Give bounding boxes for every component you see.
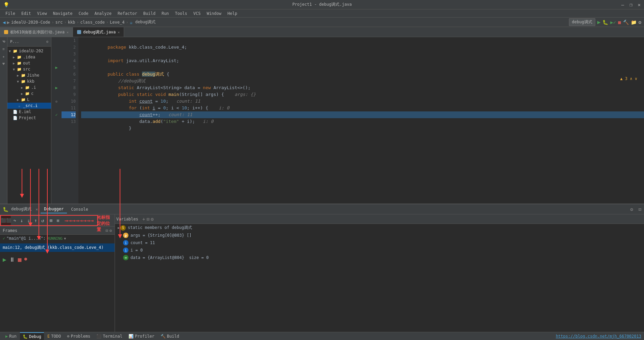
tab-java1-close[interactable]: ✕ [67,30,69,34]
line-numbers: 1 2 3 4 5 6 7 8 9 10 11 12 13 [62,37,78,204]
tree-item-dot-i[interactable]: ▶ 📁 .i [7,84,51,90]
debug-button[interactable]: 🐛 [602,20,608,25]
debug-close[interactable]: ✕ [35,207,38,212]
show-exec-icon: ⬛⬛ [1,218,11,223]
tree-item-jishe[interactable]: ▶ 📁 Jishe [7,72,51,78]
settings-button[interactable]: ⚙ [639,20,641,25]
menu-help[interactable]: Help [225,10,240,17]
var-name-i: i = 0 [130,248,143,253]
favorites-icon[interactable]: ♥ [1,61,7,67]
breadcrumb-file[interactable]: debug调式 [135,19,156,25]
status-terminal[interactable]: ⬛ Terminal [94,332,125,340]
menu-tools[interactable]: Tools [172,10,190,17]
step-out-btn[interactable]: ↑ [32,216,39,225]
status-debug[interactable]: 🐛 Debug [20,332,44,340]
minimize-button[interactable]: — [621,2,624,7]
eval-icon: ≡ [56,218,59,223]
debug-settings[interactable]: ⚙ [630,207,633,212]
run-button[interactable]: ▶ [597,19,601,25]
stop-btn[interactable]: ■ [18,256,22,263]
filter-var-btn[interactable]: ⊟ [146,216,149,222]
drop-frame-btn[interactable]: ↺ [40,216,46,225]
bookmark-icon[interactable]: ★ [1,53,7,59]
nav-forward[interactable]: ▶ [7,20,9,25]
status-problems[interactable]: ⊙ Problems [64,332,93,340]
breadcrumb-kkb[interactable]: kkb [68,20,75,25]
menu-edit[interactable]: Edit [19,10,34,17]
menu-build[interactable]: Build [141,10,158,17]
structure-icon[interactable]: ≡ [1,46,7,52]
tree-item-L[interactable]: ▶ 📁 L [7,97,51,103]
menu-window[interactable]: Window [204,10,224,17]
status-url[interactable]: https://blog.csdn.net/mjh_667002013 [556,334,641,339]
status-build[interactable]: 🔨 Build [158,332,182,340]
var-i[interactable]: i i = 0 [115,246,644,254]
tree-item-c[interactable]: ▶ 📁 c [7,90,51,97]
var-static[interactable]: ▶ S static members of debug调式 [115,224,644,232]
tab-java1[interactable]: 桩b610抽签去净园行动.java ✕ [0,27,73,37]
status-run[interactable]: ▶ Run [3,332,19,340]
tree-item-src-i[interactable]: ☕ _src.i [7,103,51,109]
maximize-button[interactable]: ❐ [629,2,632,7]
run-arrow-5[interactable]: ▶ [55,65,57,70]
tree-item-project[interactable]: 📄 Project [7,115,51,121]
run-to-cursor-btn[interactable]: ⊞ [48,216,54,225]
tree-item-eiml[interactable]: 📄 E.iml [7,109,51,115]
tab-debug[interactable]: debug调式.java ✕ [73,27,124,37]
add-var-btn[interactable]: + [142,216,145,222]
stop-button[interactable]: ■ [618,20,621,25]
tree-item-src[interactable]: ▼ 📁 src [7,66,51,72]
tree-item-kkb[interactable]: ▼ 📁 kkb [7,78,51,84]
menu-navigate[interactable]: Navigate [50,10,75,17]
frame-main[interactable]: main:12, debug调式 (kkb.class_code.Leve_4) [0,243,115,252]
tree-item-out[interactable]: ▶ 📁 out [7,60,51,66]
run-coverage-button[interactable]: ▶✓ [610,20,616,25]
tab-debug-close[interactable]: ✕ [118,30,120,34]
nav-back[interactable]: ◀ [3,20,5,25]
run-arrow-8[interactable]: ▶ [55,85,57,90]
window-controls[interactable]: — ❐ ✕ [621,2,641,7]
menu-vcs[interactable]: VCS [191,10,204,17]
force-step-into-btn[interactable]: ⇓ [25,216,32,225]
close-button[interactable]: ✕ [638,2,641,7]
breadcrumb-src[interactable]: src [55,20,63,25]
gutter-8[interactable]: ▶ [51,84,62,91]
tree-item-idea[interactable]: ▶ 📁 .idea [7,54,51,60]
menu-code[interactable]: Code [76,10,91,17]
status-todo[interactable]: E TODO [45,332,64,340]
step-into-btn[interactable]: ↓ [19,216,25,225]
build-button[interactable]: 🔨 [623,20,629,25]
project-structure-button[interactable]: 📁 [631,20,637,25]
tree-item-root[interactable]: ▼ 📁 idealU-202 [7,48,51,54]
var-data[interactable]: ∞ data = {ArrayList@804} size = 0 [115,254,644,261]
breadcrumb-leve4[interactable]: Leve_4 [110,20,124,25]
eval-expr-btn[interactable]: ≡ [55,216,61,225]
pause-btn[interactable]: ⏸ [9,256,15,263]
mute-btn[interactable]: ● [24,256,27,263]
menu-file[interactable]: File [3,10,18,17]
step-over-btn[interactable]: ↷ [11,216,18,225]
tab-debugger[interactable]: Debugger [41,205,67,213]
code-lines[interactable]: package kkb.class_code.Leve_4; import ja… [78,37,644,204]
gutter-5[interactable]: ▶ [51,64,62,71]
resume-btn[interactable]: ▶ [3,256,6,263]
breadcrumb-classcode[interactable]: class_code [80,20,105,25]
thread-dropdown[interactable]: ▼ [64,237,66,240]
show-exec-point-btn[interactable]: ⬛⬛ [1,216,11,225]
menu-refactor[interactable]: Refactor [115,10,140,17]
var-args[interactable]: p args = {String[0]@803} [] [115,232,644,239]
debug-expand[interactable]: ⊡ [639,207,641,212]
menu-run[interactable]: Run [159,10,172,17]
code-editor[interactable]: ▲ 3 ∧ ∨ ▶ ▶ ⊙ ✓ 1 2 3 [51,37,644,204]
breadcrumb-root[interactable]: idealU-2020-Code [11,20,50,25]
frames-title: Frames [3,228,17,233]
var-count[interactable]: i count = 11 [115,239,644,246]
gutter-12[interactable]: ✓ [51,111,62,118]
status-profiler[interactable]: 📊 Profiler [126,332,157,340]
tab-console[interactable]: Console [68,206,92,213]
sidebar-gear[interactable]: ⚙ [46,40,48,44]
project-icon[interactable]: P [1,38,7,45]
menu-view[interactable]: View [34,10,50,17]
settings-var-btn[interactable]: ⚙ [151,216,153,222]
menu-analyze[interactable]: Analyze [92,10,114,17]
